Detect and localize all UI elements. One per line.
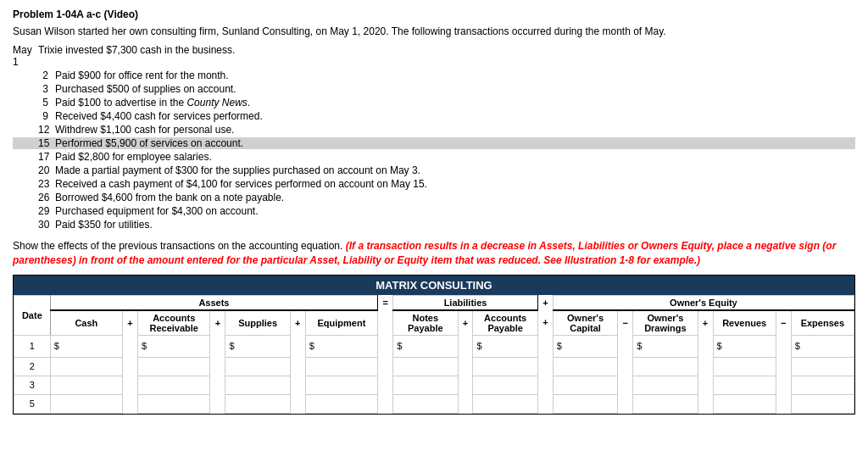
row2-supplies[interactable] bbox=[225, 357, 290, 376]
header-row-columns: Cash + AccountsReceivable + Supplies + E… bbox=[14, 310, 854, 336]
row5-equipment-input[interactable] bbox=[308, 398, 376, 409]
row1-ap[interactable]: $ bbox=[473, 335, 537, 357]
row1-equipment[interactable]: $ bbox=[305, 335, 377, 357]
row1-oc-input[interactable] bbox=[562, 341, 615, 351]
row3-ap[interactable] bbox=[473, 376, 537, 394]
row3-od-input[interactable] bbox=[635, 380, 695, 390]
row5-rev-input[interactable] bbox=[715, 398, 774, 409]
row1-np[interactable]: $ bbox=[393, 335, 458, 357]
row2-equipment-input[interactable] bbox=[308, 361, 376, 371]
row1-supplies-input[interactable] bbox=[235, 341, 288, 351]
row1-exp[interactable]: $ bbox=[791, 335, 854, 357]
row5-np[interactable] bbox=[393, 394, 458, 413]
row1-np-input[interactable] bbox=[402, 341, 455, 351]
assets-header: Assets bbox=[50, 295, 377, 310]
col-supplies-header: Supplies bbox=[225, 310, 290, 336]
equals-spacer bbox=[378, 310, 393, 336]
list-item: 9 Received $4,400 cash for services perf… bbox=[13, 110, 855, 122]
row1-od[interactable]: $ bbox=[633, 335, 698, 357]
row5-equipment[interactable] bbox=[305, 394, 377, 413]
row3-exp-input[interactable] bbox=[793, 380, 852, 390]
row3-rev-input[interactable] bbox=[715, 380, 774, 390]
row5-oc[interactable] bbox=[553, 394, 617, 413]
row1-rev-input[interactable] bbox=[722, 341, 774, 351]
row5-cash-input[interactable] bbox=[53, 398, 120, 409]
row3-supplies-input[interactable] bbox=[227, 380, 287, 390]
table-row: 5 bbox=[14, 394, 854, 413]
col-equipment-header: Equipment bbox=[305, 310, 377, 336]
minus-icon-1: − bbox=[618, 310, 633, 336]
row3-equipment[interactable] bbox=[305, 376, 377, 394]
table-row: 3 bbox=[14, 376, 854, 394]
row3-equipment-input[interactable] bbox=[308, 380, 376, 390]
row1-od-input[interactable] bbox=[642, 341, 695, 351]
row5-od-input[interactable] bbox=[635, 398, 695, 409]
row3-cash[interactable] bbox=[50, 376, 122, 394]
plus-icon-4: + bbox=[458, 310, 473, 336]
row1-oc[interactable]: $ bbox=[553, 335, 617, 357]
row2-rev-input[interactable] bbox=[715, 361, 774, 371]
row3-od[interactable] bbox=[633, 376, 698, 394]
liabilities-header: Liabilities bbox=[393, 295, 538, 310]
header-row-sections: Date Assets = Liabilities + Owner's Equi… bbox=[14, 295, 854, 310]
row3-oc-input[interactable] bbox=[555, 380, 615, 390]
row5-oc-input[interactable] bbox=[555, 398, 615, 409]
list-item: 20 Made a partial payment of $300 for th… bbox=[13, 164, 855, 176]
row2-exp-input[interactable] bbox=[793, 361, 852, 371]
row3-ar[interactable] bbox=[138, 376, 210, 394]
row5-supplies[interactable] bbox=[225, 394, 290, 413]
row2-np[interactable] bbox=[393, 357, 458, 376]
row5-supplies-input[interactable] bbox=[227, 398, 287, 409]
row5-od[interactable] bbox=[633, 394, 698, 413]
row5-rev[interactable] bbox=[713, 394, 776, 413]
row5-ar[interactable] bbox=[138, 394, 210, 413]
row1-rev[interactable]: $ bbox=[713, 335, 776, 357]
row5-ap[interactable] bbox=[473, 394, 537, 413]
row2-ap-input[interactable] bbox=[475, 361, 535, 371]
row5-exp[interactable] bbox=[791, 394, 854, 413]
row5-ar-input[interactable] bbox=[140, 398, 208, 409]
col-np-header: NotesPayable bbox=[393, 310, 458, 336]
row1-ar[interactable]: $ bbox=[138, 335, 210, 357]
row3-ap-input[interactable] bbox=[475, 380, 535, 390]
row1-supplies[interactable]: $ bbox=[225, 335, 290, 357]
plus-icon-2: + bbox=[210, 310, 225, 336]
row2-np-input[interactable] bbox=[395, 361, 455, 371]
row2-od-input[interactable] bbox=[635, 361, 695, 371]
row3-cash-input[interactable] bbox=[53, 380, 120, 390]
col-oc-header: Owner'sCapital bbox=[553, 310, 617, 336]
col-cash-header: Cash bbox=[50, 310, 122, 336]
row5-ap-input[interactable] bbox=[475, 398, 535, 409]
row1-exp-input[interactable] bbox=[800, 341, 852, 351]
row2-od[interactable] bbox=[633, 357, 698, 376]
row2-ar[interactable] bbox=[138, 357, 210, 376]
row2-exp[interactable] bbox=[791, 357, 854, 376]
row2-equipment[interactable] bbox=[305, 357, 377, 376]
row3-np[interactable] bbox=[393, 376, 458, 394]
row1-ar-input[interactable] bbox=[147, 341, 208, 351]
row5-np-input[interactable] bbox=[395, 398, 455, 409]
row1-equipment-input[interactable] bbox=[314, 341, 376, 351]
list-item: 5 Paid $100 to advertise in the County N… bbox=[13, 97, 855, 109]
row2-ap[interactable] bbox=[473, 357, 537, 376]
row1-cash-input[interactable] bbox=[59, 341, 120, 351]
col-rev-header: Revenues bbox=[713, 310, 776, 336]
row2-supplies-input[interactable] bbox=[227, 361, 287, 371]
row2-ar-input[interactable] bbox=[140, 361, 208, 371]
row2-oc-input[interactable] bbox=[555, 361, 615, 371]
row2-oc[interactable] bbox=[553, 357, 617, 376]
row1-ap-input[interactable] bbox=[482, 341, 536, 351]
row2-rev[interactable] bbox=[713, 357, 776, 376]
row3-rev[interactable] bbox=[713, 376, 776, 394]
row3-supplies[interactable] bbox=[225, 376, 290, 394]
row1-cash[interactable]: $ bbox=[50, 335, 122, 357]
row5-cash[interactable] bbox=[50, 394, 122, 413]
row3-exp[interactable] bbox=[791, 376, 854, 394]
row3-np-input[interactable] bbox=[395, 380, 455, 390]
row3-ar-input[interactable] bbox=[140, 380, 208, 390]
minus-icon-2: − bbox=[776, 310, 791, 336]
row5-exp-input[interactable] bbox=[793, 398, 852, 409]
row2-cash-input[interactable] bbox=[53, 361, 120, 371]
row2-cash[interactable] bbox=[50, 357, 122, 376]
row3-oc[interactable] bbox=[553, 376, 617, 394]
